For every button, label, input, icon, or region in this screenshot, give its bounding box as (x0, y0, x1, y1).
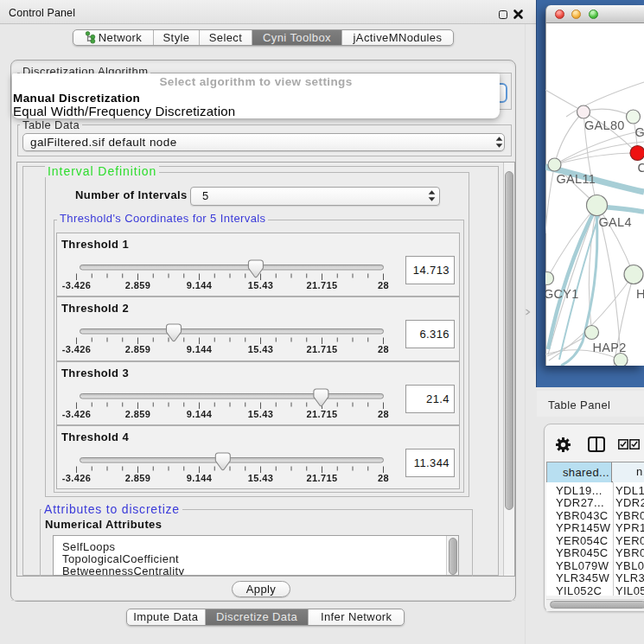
svg-text:GCY1: GCY1 (545, 287, 579, 301)
svg-text:9.144: 9.144 (187, 344, 213, 354)
svg-text:28: 28 (378, 280, 389, 290)
svg-text:9.144: 9.144 (187, 409, 213, 419)
svg-text:15.43: 15.43 (248, 280, 274, 290)
svg-text:GAL11: GAL11 (557, 172, 596, 186)
svg-text:21.715: 21.715 (306, 473, 337, 483)
svg-text:28: 28 (378, 344, 389, 354)
svg-text:2.859: 2.859 (125, 280, 151, 290)
svg-text:H: H (636, 287, 644, 301)
svg-text:28: 28 (378, 473, 389, 483)
svg-text:21.715: 21.715 (306, 344, 337, 354)
svg-text:HAP2: HAP2 (593, 341, 627, 354)
svg-text:2.859: 2.859 (125, 344, 151, 354)
svg-text:-3.426: -3.426 (62, 473, 92, 483)
svg-text:21.715: 21.715 (306, 280, 337, 290)
svg-text:9.144: 9.144 (187, 473, 213, 483)
svg-text:15.43: 15.43 (248, 473, 274, 483)
svg-text:2.859: 2.859 (125, 473, 151, 483)
svg-text:GAL80: GAL80 (584, 118, 625, 132)
svg-text:-3.426: -3.426 (62, 344, 92, 354)
svg-text:C: C (638, 161, 644, 175)
svg-text:GAL4: GAL4 (599, 215, 632, 229)
svg-text:15.43: 15.43 (248, 409, 274, 419)
svg-text:9.144: 9.144 (187, 280, 213, 290)
svg-text:21.715: 21.715 (306, 409, 337, 419)
svg-text:-3.426: -3.426 (62, 280, 92, 290)
svg-text:2.859: 2.859 (125, 409, 151, 419)
svg-text:G.: G. (635, 125, 644, 139)
svg-text:28: 28 (378, 409, 389, 419)
svg-text:15.43: 15.43 (248, 344, 274, 354)
svg-text:-3.426: -3.426 (62, 409, 92, 419)
